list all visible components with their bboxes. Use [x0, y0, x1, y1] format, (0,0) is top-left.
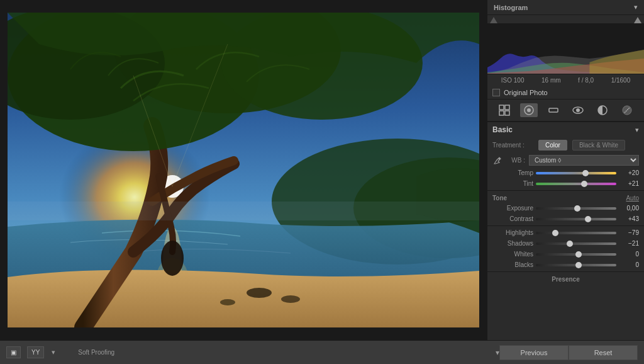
temp-slider-track[interactable] [536, 172, 616, 174]
tone-label: Tone [492, 195, 507, 202]
original-photo-checkbox[interactable] [492, 89, 500, 96]
svg-rect-19 [505, 105, 509, 110]
wb-eyedropper-icon[interactable] [492, 156, 502, 166]
tone-divider [487, 190, 644, 191]
svg-point-10 [220, 299, 235, 305]
contrast-slider-row: Contrast +43 [487, 213, 644, 224]
blacks-slider-thumb[interactable] [575, 262, 582, 268]
bw-treatment-button[interactable]: Black & White [572, 140, 625, 151]
exposure-slider-row: Exposure 0,00 [487, 203, 644, 213]
view-mode-button[interactable]: ▣ [6, 346, 21, 358]
soft-proofing-label: Soft Proofing [78, 349, 114, 356]
shadows-value: −21 [619, 240, 639, 247]
svg-point-23 [527, 108, 531, 112]
exposure-label: Exposure [492, 205, 533, 212]
photo-image [8, 13, 479, 327]
shadows-label: Shadows [492, 240, 533, 247]
blacks-slider-row: Blacks 0 [487, 259, 644, 270]
svg-point-29 [623, 106, 631, 115]
contrast-slider-track[interactable] [536, 218, 616, 220]
aperture-value: f / 8,0 [578, 77, 594, 84]
right-panel: Histogram ▾ [487, 0, 644, 340]
basic-panel-title: Basic [492, 125, 513, 134]
whites-value: 0 [619, 251, 639, 258]
red-eye-icon[interactable] [569, 103, 587, 117]
tint-value: +21 [619, 180, 639, 187]
shadows-slider-row: Shadows −21 [487, 238, 644, 249]
wb-label: WB : [506, 157, 525, 164]
bottom-bar: ▣ YY ▾ Soft Proofing ▾ Previous Reset [0, 340, 644, 364]
temp-value: +20 [619, 169, 639, 176]
color-treatment-button[interactable]: Color [538, 140, 567, 151]
highlights-slider-row: Highlights −79 [487, 227, 644, 238]
treatment-row: Treatment : Color Black & White [487, 137, 644, 153]
svg-rect-18 [499, 105, 504, 110]
whites-slider-track[interactable] [536, 253, 616, 256]
whites-slider-row: Whites 0 [487, 249, 644, 259]
yy-button[interactable]: YY [27, 346, 44, 358]
svg-point-11 [161, 241, 184, 276]
shadows-slider-track[interactable] [536, 242, 616, 245]
highlights-value: −79 [619, 229, 639, 236]
tint-label: Tint [492, 180, 533, 187]
svg-point-26 [576, 108, 580, 112]
blacks-value: 0 [619, 261, 639, 268]
tint-slider-thumb[interactable] [581, 181, 587, 187]
graduated-filter-icon[interactable] [594, 103, 611, 117]
basic-panel-header: Basic ▾ [487, 122, 644, 137]
svg-point-31 [499, 157, 501, 159]
reset-button[interactable]: Reset [569, 345, 638, 360]
histogram-dropdown-icon[interactable]: ▾ [634, 3, 638, 11]
shadow-clipping-arrow[interactable] [634, 17, 641, 23]
shadows-slider-thumb[interactable] [567, 241, 573, 247]
svg-point-9 [281, 295, 300, 303]
presence-label: Presence [487, 273, 644, 284]
wb-select[interactable]: Custom ◊ Auto Daylight Cloudy Shade [529, 155, 639, 166]
photo-container [5, 5, 482, 335]
svg-point-8 [247, 288, 272, 298]
bottom-left-controls: ▣ YY ▾ Soft Proofing ▾ [6, 346, 499, 358]
histogram-title: Histogram [494, 4, 528, 11]
histogram-canvas [487, 23, 644, 74]
grid-tool-icon[interactable] [496, 103, 513, 117]
iso-value: ISO 100 [501, 77, 525, 84]
blacks-slider-track[interactable] [536, 264, 616, 266]
temp-label: Temp [492, 169, 533, 176]
focal-value: 16 mm [541, 77, 561, 84]
contrast-value: +43 [619, 215, 639, 222]
crop-tool-icon[interactable] [520, 103, 538, 117]
contrast-slider-thumb[interactable] [585, 216, 591, 222]
temp-slider-thumb[interactable] [582, 170, 589, 176]
wb-row: WB : Custom ◊ Auto Daylight Cloudy Shade [487, 153, 644, 168]
exposure-value: 0,00 [619, 205, 639, 212]
highlight-clipping-arrow[interactable] [490, 17, 497, 23]
svg-rect-16 [8, 202, 479, 220]
histogram-exif-info: ISO 100 16 mm f / 8,0 1/1600 [487, 74, 644, 86]
original-photo-row: Original Photo [487, 86, 644, 99]
shutter-value: 1/1600 [611, 77, 631, 84]
original-photo-label: Original Photo [504, 89, 548, 96]
svg-point-28 [598, 106, 607, 115]
histogram-header: Histogram ▾ [487, 0, 644, 15]
temp-slider-row: Temp +20 [487, 168, 644, 178]
dropdown-arrow-icon[interactable]: ▾ [52, 348, 55, 356]
svg-rect-24 [549, 108, 558, 112]
highlights-slider-track[interactable] [536, 232, 616, 234]
tone-subsection-header: Tone Auto [487, 192, 644, 203]
presence-divider [487, 271, 644, 272]
whites-slider-thumb[interactable] [575, 251, 582, 258]
tint-slider-track[interactable] [536, 183, 616, 185]
spot-removal-icon[interactable] [545, 103, 562, 117]
bottom-right-buttons: Previous Reset [499, 345, 638, 360]
auto-button[interactable]: Auto [626, 195, 639, 202]
previous-button[interactable]: Previous [499, 345, 569, 360]
tone-curve-icon[interactable] [618, 103, 636, 117]
whites-label: Whites [492, 251, 533, 258]
highlights-slider-thumb[interactable] [552, 230, 558, 236]
exposure-slider-thumb[interactable] [574, 205, 580, 212]
contrast-label: Contrast [492, 215, 533, 222]
tint-slider-row: Tint +21 [487, 178, 644, 189]
exposure-slider-track[interactable] [536, 207, 616, 210]
basic-panel-dropdown-icon[interactable]: ▾ [635, 126, 639, 134]
blacks-label: Blacks [492, 261, 533, 268]
